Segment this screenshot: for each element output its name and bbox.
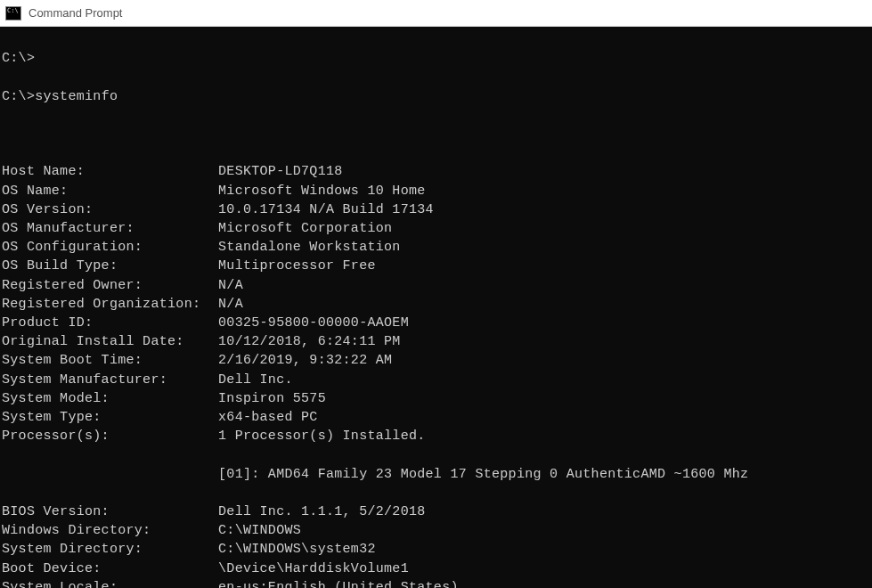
info-value: Microsoft Windows 10 Home (218, 182, 870, 200)
info-label: System Directory: (2, 540, 218, 559)
info-label: Windows Directory: (2, 521, 218, 540)
info-row: Processor(s):1 Processor(s) Installed. (2, 427, 870, 445)
info-label: System Manufacturer: (2, 371, 218, 389)
info-label: OS Name: (2, 182, 218, 200)
processor-detail: [01]: AMD64 Family 23 Model 17 Stepping … (218, 465, 748, 484)
info-label: Registered Owner: (2, 276, 218, 295)
prompt-prefix: C:\> (2, 87, 35, 106)
info-value: N/A (218, 295, 870, 314)
info-row: OS Manufacturer:Microsoft Corporation (2, 219, 870, 238)
info-value: 10/12/2018, 6:24:11 PM (218, 332, 870, 351)
info-label: System Boot Time: (2, 351, 218, 370)
info-label: System Model: (2, 389, 218, 408)
info-label: OS Manufacturer: (2, 219, 218, 238)
systeminfo-rows: Host Name:DESKTOP-LD7Q118OS Name:Microso… (2, 162, 870, 445)
info-label: Registered Organization: (2, 295, 218, 314)
info-label: Original Install Date: (2, 332, 218, 351)
info-label: System Type: (2, 408, 218, 427)
info-value: C:\WINDOWS\system32 (218, 540, 870, 559)
info-row: System Locale:en-us;English (United Stat… (2, 578, 870, 588)
info-value: Dell Inc. 1.1.1, 5/2/2018 (218, 502, 870, 521)
info-row: System Model:Inspiron 5575 (2, 389, 870, 408)
info-value: Dell Inc. (218, 371, 870, 389)
info-row: System Manufacturer:Dell Inc. (2, 371, 870, 389)
info-row: Registered Owner:N/A (2, 276, 870, 295)
info-value: en-us;English (United States) (218, 578, 870, 588)
info-row: Registered Organization:N/A (2, 295, 870, 314)
cmd-icon (5, 6, 21, 20)
info-value: 2/16/2019, 9:32:22 AM (218, 351, 870, 370)
info-label: OS Configuration: (2, 238, 218, 257)
info-label: OS Build Type: (2, 257, 218, 275)
processor-detail-row: [01]: AMD64 Family 23 Model 17 Stepping … (2, 465, 870, 484)
terminal-output[interactable]: C:\> C:\>systeminfo Host Name:DESKTOP-LD… (0, 27, 872, 588)
info-row: OS Build Type:Multiprocessor Free (2, 257, 870, 275)
titlebar[interactable]: Command Prompt (0, 0, 872, 27)
info-row: Product ID:00325-95800-00000-AAOEM (2, 314, 870, 332)
info-value: C:\WINDOWS (218, 521, 870, 540)
info-row: Host Name:DESKTOP-LD7Q118 (2, 162, 870, 181)
info-value: 1 Processor(s) Installed. (218, 427, 870, 445)
info-label: Product ID: (2, 314, 218, 332)
systeminfo-rows-2: BIOS Version:Dell Inc. 1.1.1, 5/2/2018Wi… (2, 502, 870, 588)
command-text: systeminfo (35, 87, 118, 106)
blank-line (2, 125, 870, 143)
info-row: Windows Directory:C:\WINDOWS (2, 521, 870, 540)
info-label: OS Version: (2, 200, 218, 219)
info-row: Original Install Date:10/12/2018, 6:24:1… (2, 332, 870, 351)
info-row: System Type:x64-based PC (2, 408, 870, 427)
info-value: Inspiron 5575 (218, 389, 870, 408)
info-row: System Boot Time:2/16/2019, 9:32:22 AM (2, 351, 870, 370)
prompt-line-1: C:\> (2, 49, 35, 68)
info-value: 00325-95800-00000-AAOEM (218, 314, 870, 332)
info-value: 10.0.17134 N/A Build 17134 (218, 200, 870, 219)
window-title: Command Prompt (29, 6, 122, 20)
info-label: Host Name: (2, 162, 218, 181)
info-value: x64-based PC (218, 408, 870, 427)
info-row: OS Version:10.0.17134 N/A Build 17134 (2, 200, 870, 219)
info-value: Multiprocessor Free (218, 257, 870, 275)
info-value: \Device\HarddiskVolume1 (218, 559, 870, 578)
info-value: Microsoft Corporation (218, 219, 870, 238)
info-row: Boot Device:\Device\HarddiskVolume1 (2, 559, 870, 578)
info-row: System Directory:C:\WINDOWS\system32 (2, 540, 870, 559)
info-label: Boot Device: (2, 559, 218, 578)
info-value: DESKTOP-LD7Q118 (218, 162, 870, 181)
info-value: N/A (218, 276, 870, 295)
info-row: OS Name:Microsoft Windows 10 Home (2, 182, 870, 200)
info-row: OS Configuration:Standalone Workstation (2, 238, 870, 257)
info-label: System Locale: (2, 578, 218, 588)
info-row: BIOS Version:Dell Inc. 1.1.1, 5/2/2018 (2, 502, 870, 521)
info-label: BIOS Version: (2, 502, 218, 521)
info-label: Processor(s): (2, 427, 218, 445)
info-value: Standalone Workstation (218, 238, 870, 257)
